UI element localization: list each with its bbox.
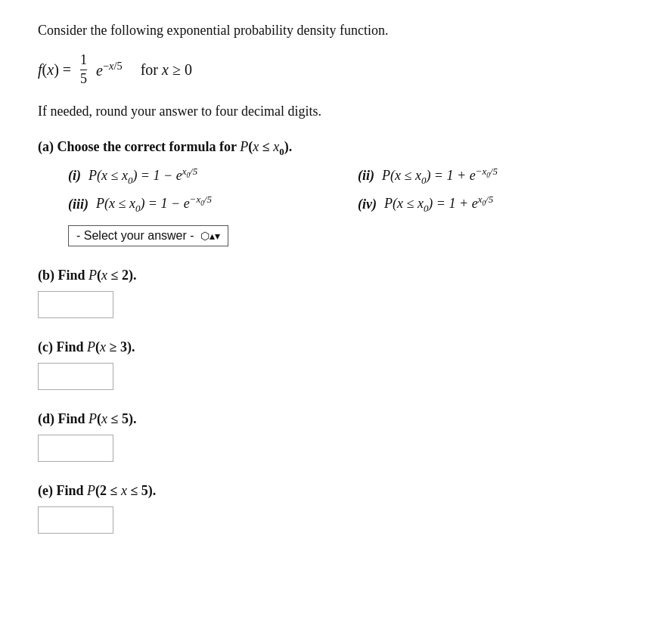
- part-a-label: (a) Choose the correct formula for P(x ≤…: [38, 139, 617, 158]
- part-d: (d) Find P(x ≤ 5).: [38, 411, 617, 462]
- answer-input-e[interactable]: [38, 506, 113, 534]
- dropdown-arrow-icon: ⬡▴▾: [200, 230, 220, 242]
- part-b-label: (b) Find P(x ≤ 2).: [38, 268, 617, 283]
- part-c: (c) Find P(x ≥ 3).: [38, 339, 617, 390]
- part-d-label: (d) Find P(x ≤ 5).: [38, 411, 617, 427]
- intro-text: Consider the following exponential proba…: [38, 23, 617, 39]
- option-iii: (iii) P(x ≤ x0) = 1 − e−x0/5: [68, 194, 328, 215]
- formula-exp: e−x/5: [96, 60, 123, 79]
- formula-display: f(x) = 1 5 e−x/5 for x ≥ 0: [38, 52, 617, 87]
- formula-lhs: f(x) =: [38, 61, 71, 79]
- answer-input-b[interactable]: [38, 291, 113, 318]
- part-e: (e) Find P(2 ≤ x ≤ 5).: [38, 483, 617, 534]
- options-grid: (i) P(x ≤ x0) = 1 − ex0/5 (ii) P(x ≤ x0)…: [68, 166, 617, 215]
- part-a: (a) Choose the correct formula for P(x ≤…: [38, 139, 617, 246]
- select-label-a: - Select your answer -: [76, 229, 194, 243]
- formula-condition: for x ≥ 0: [141, 61, 192, 79]
- part-b: (b) Find P(x ≤ 2).: [38, 268, 617, 318]
- fraction-1-5: 1 5: [80, 52, 87, 87]
- answer-select-a[interactable]: - Select your answer - ⬡▴▾: [68, 225, 228, 246]
- part-c-label: (c) Find P(x ≥ 3).: [38, 339, 617, 355]
- part-e-label: (e) Find P(2 ≤ x ≤ 5).: [38, 483, 617, 499]
- answer-input-c[interactable]: [38, 363, 113, 390]
- round-note: If needed, round your answer to four dec…: [38, 104, 617, 119]
- option-iv: (iv) P(x ≤ x0) = 1 + ex0/5: [358, 194, 617, 215]
- option-ii: (ii) P(x ≤ x0) = 1 + e−x0/5: [358, 166, 617, 187]
- answer-input-d[interactable]: [38, 435, 113, 462]
- option-i: (i) P(x ≤ x0) = 1 − ex0/5: [68, 166, 328, 187]
